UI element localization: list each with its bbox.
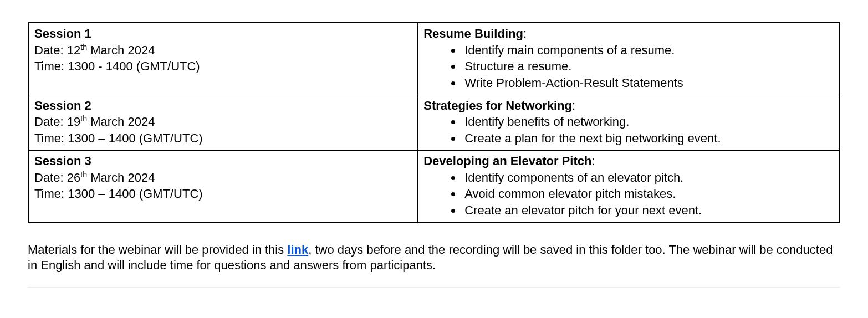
sessions-table: Session 1 Date: 12th March 2024 Time: 13… (28, 22, 840, 223)
date-ordinal: th (80, 114, 87, 123)
footer-text-before: Materials for the webinar will be provid… (28, 243, 287, 257)
list-item: Write Problem-Action-Result Statements (462, 75, 835, 91)
table-row: Session 2 Date: 19th March 2024 Time: 13… (28, 95, 840, 150)
date-prefix: Date: 12 (34, 43, 80, 57)
session-date: Date: 26th March 2024 (34, 170, 413, 186)
session-info-cell: Session 2 Date: 19th March 2024 Time: 13… (28, 95, 418, 150)
topic-bullets: Identify main components of a resume. St… (462, 42, 835, 91)
date-prefix: Date: 19 (34, 115, 80, 129)
date-prefix: Date: 26 (34, 171, 80, 184)
topic-bullets: Identify components of an elevator pitch… (462, 170, 835, 219)
topic-heading-line: Strategies for Networking: (423, 98, 835, 114)
list-item: Identify main components of a resume. (462, 42, 835, 59)
session-title: Session 1 (34, 25, 413, 42)
session-info-cell: Session 1 Date: 12th March 2024 Time: 13… (28, 23, 418, 95)
materials-link[interactable]: link (287, 243, 308, 257)
list-item: Structure a resume. (462, 58, 835, 75)
topic-heading-line: Developing an Elevator Pitch: (423, 153, 835, 170)
topic-colon: : (591, 154, 595, 168)
session-date: Date: 12th March 2024 (34, 42, 413, 59)
list-item: Identify benefits of networking. (462, 114, 835, 130)
list-item: Create a plan for the next big networkin… (462, 130, 835, 147)
session-info-cell: Session 3 Date: 26th March 2024 Time: 13… (28, 150, 418, 222)
session-date: Date: 19th March 2024 (34, 114, 413, 130)
date-suffix: March 2024 (87, 43, 155, 57)
divider (28, 287, 840, 288)
list-item: Identify components of an elevator pitch… (462, 170, 835, 186)
date-suffix: March 2024 (87, 171, 155, 184)
topic-heading: Resume Building (423, 27, 523, 40)
date-ordinal: th (80, 170, 87, 178)
session-time: Time: 1300 - 1400 (GMT/UTC) (34, 58, 413, 75)
topic-bullets: Identify benefits of networking. Create … (462, 114, 835, 146)
session-title: Session 3 (34, 153, 413, 170)
session-time: Time: 1300 – 1400 (GMT/UTC) (34, 130, 413, 147)
topic-heading-line: Resume Building: (423, 25, 835, 42)
list-item: Create an elevator pitch for your next e… (462, 202, 835, 219)
session-topic-cell: Strategies for Networking: Identify bene… (418, 95, 840, 150)
footer-paragraph: Materials for the webinar will be provid… (28, 242, 840, 274)
table-row: Session 3 Date: 26th March 2024 Time: 13… (28, 150, 840, 222)
session-time: Time: 1300 – 1400 (GMT/UTC) (34, 186, 413, 202)
topic-heading: Developing an Elevator Pitch (423, 154, 591, 168)
date-ordinal: th (80, 42, 87, 51)
session-title: Session 2 (34, 98, 413, 114)
session-topic-cell: Developing an Elevator Pitch: Identify c… (418, 150, 840, 222)
date-suffix: March 2024 (87, 115, 155, 129)
list-item: Avoid common elevator pitch mistakes. (462, 186, 835, 202)
session-topic-cell: Resume Building: Identify main component… (418, 23, 840, 95)
topic-colon: : (523, 27, 527, 40)
table-row: Session 1 Date: 12th March 2024 Time: 13… (28, 23, 840, 95)
topic-colon: : (572, 99, 575, 112)
topic-heading: Strategies for Networking (423, 99, 572, 112)
